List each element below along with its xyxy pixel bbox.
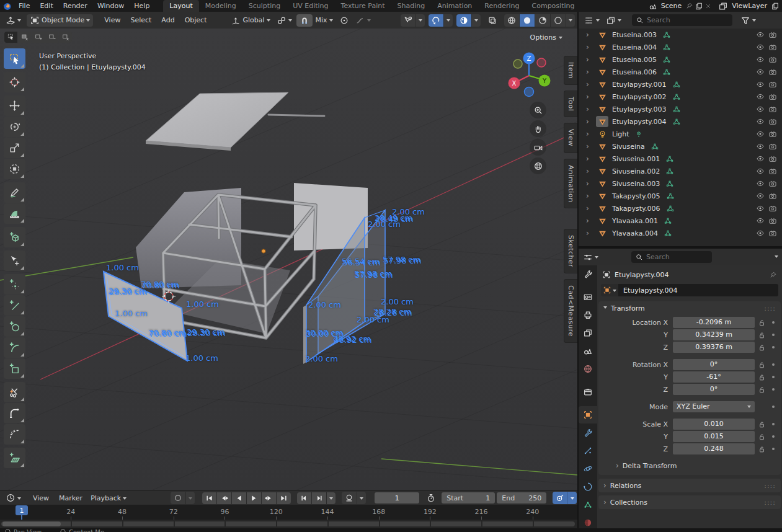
expand-chevron-icon[interactable]: › bbox=[586, 229, 596, 237]
expand-chevron-icon[interactable]: › bbox=[586, 167, 596, 175]
visibility-eye-icon[interactable] bbox=[756, 43, 765, 51]
menu-item-window[interactable]: Window bbox=[92, 0, 129, 12]
jump-start-button[interactable] bbox=[202, 492, 216, 504]
tool-measure[interactable] bbox=[4, 203, 25, 224]
overlays-toggle[interactable] bbox=[429, 14, 453, 27]
outliner-row[interactable]: ›Etuseina.005 bbox=[579, 53, 782, 66]
menu-item-render[interactable]: Render bbox=[58, 0, 92, 12]
object-name[interactable]: Etuylapysty.001 bbox=[612, 81, 667, 89]
outliner-row[interactable]: ›Ylavaaka.004 bbox=[579, 227, 782, 239]
lock-icon[interactable] bbox=[755, 445, 768, 453]
panel-relations[interactable]: ›Relations:::: bbox=[598, 479, 781, 492]
tool-add-cube[interactable] bbox=[4, 227, 25, 247]
key-prev-button[interactable] bbox=[216, 492, 231, 504]
visibility-eye-icon[interactable] bbox=[756, 216, 765, 225]
mode-intersect-button[interactable] bbox=[59, 32, 72, 43]
render-visibility-camera-icon[interactable] bbox=[768, 130, 777, 138]
properties-tab-particles[interactable] bbox=[579, 442, 597, 459]
camera-icon[interactable] bbox=[530, 139, 546, 156]
expand-chevron-icon[interactable]: › bbox=[586, 216, 596, 225]
animate-dot[interactable] bbox=[768, 435, 778, 438]
lock-icon[interactable] bbox=[755, 386, 768, 394]
object-name[interactable]: Takapysty.005 bbox=[612, 192, 660, 200]
viewport-menu-view[interactable]: View bbox=[99, 14, 125, 26]
render-visibility-camera-icon[interactable] bbox=[768, 167, 777, 175]
transform-value-field[interactable]: -61° bbox=[673, 371, 755, 383]
render-visibility-camera-icon[interactable] bbox=[768, 105, 777, 113]
animate-dot[interactable] bbox=[768, 388, 778, 391]
play-back-button[interactable] bbox=[231, 492, 246, 504]
snap-magnet-toggle[interactable] bbox=[296, 14, 313, 27]
timeline-menu-view[interactable]: View bbox=[28, 492, 54, 504]
snap-target-selector[interactable] bbox=[273, 14, 295, 27]
render-region-icon[interactable] bbox=[484, 14, 500, 27]
ortho-grid-icon[interactable] bbox=[530, 157, 546, 174]
expand-chevron-icon[interactable]: › bbox=[586, 55, 596, 64]
transform-value-field[interactable]: 0.39376 m bbox=[673, 342, 755, 353]
outliner-row[interactable]: ›Etuseina.006 bbox=[579, 66, 782, 78]
expand-chevron-icon[interactable]: › bbox=[586, 68, 596, 76]
expand-chevron-icon[interactable]: › bbox=[586, 192, 596, 200]
workspace-tab-shading[interactable]: Shading bbox=[391, 0, 432, 12]
object-name[interactable]: Ylavaaka.004 bbox=[612, 229, 658, 237]
render-visibility-camera-icon[interactable] bbox=[768, 179, 777, 188]
outliner-row[interactable]: ›Sivuseina.002 bbox=[579, 165, 782, 177]
render-visibility-camera-icon[interactable] bbox=[768, 43, 777, 51]
object-name[interactable]: Takapysty.006 bbox=[612, 205, 660, 213]
tool-offset[interactable] bbox=[4, 424, 25, 445]
transform-value-field[interactable]: -0.2096 m bbox=[673, 317, 755, 328]
expand-chevron-icon[interactable]: › bbox=[586, 130, 596, 138]
xray-toggle[interactable] bbox=[456, 14, 481, 27]
visibility-eye-icon[interactable] bbox=[756, 68, 765, 76]
transform-value-field[interactable]: 0.010 bbox=[673, 419, 755, 430]
tool-add-rect[interactable] bbox=[4, 358, 25, 379]
expand-chevron-icon[interactable]: › bbox=[586, 204, 596, 213]
mode-invert-button[interactable] bbox=[45, 32, 58, 43]
sidebar-tab-tool[interactable]: Tool bbox=[564, 91, 577, 117]
expand-chevron-icon[interactable]: › bbox=[586, 80, 596, 89]
expand-chevron-icon[interactable]: › bbox=[586, 43, 596, 51]
transform-value-field[interactable]: XYZ Euler bbox=[673, 401, 755, 412]
viewport-3d[interactable]: Options User Perspective (1) Collection … bbox=[0, 29, 577, 490]
menu-item-help[interactable]: Help bbox=[129, 0, 154, 12]
delta-transform-header[interactable]: › Delta Transform bbox=[598, 459, 781, 472]
workspace-tab-layout[interactable]: Layout bbox=[163, 0, 198, 12]
render-visibility-camera-icon[interactable] bbox=[768, 30, 777, 39]
animate-dot[interactable] bbox=[768, 363, 778, 366]
lock-icon[interactable] bbox=[755, 420, 768, 428]
visibility-eye-icon[interactable] bbox=[756, 179, 765, 188]
outliner-row[interactable]: ›Etuseina.004 bbox=[579, 41, 782, 53]
transform-value-field[interactable]: 0° bbox=[673, 384, 755, 395]
render-visibility-camera-icon[interactable] bbox=[768, 80, 777, 89]
mode-set-button[interactable] bbox=[4, 32, 17, 43]
animate-dot[interactable] bbox=[768, 346, 778, 348]
play-button[interactable] bbox=[246, 492, 261, 504]
workspace-tab-animation[interactable]: Animation bbox=[431, 0, 478, 12]
tool-add-circle[interactable] bbox=[4, 316, 25, 337]
timeline-scrollbar[interactable] bbox=[2, 521, 61, 526]
object-name[interactable]: Sivuseina.001 bbox=[612, 155, 660, 163]
tool-add-arc[interactable] bbox=[4, 337, 25, 358]
proportional-falloff-selector[interactable] bbox=[352, 14, 374, 27]
object-name[interactable]: Etuseina.004 bbox=[612, 43, 657, 51]
transform-orientation-selector[interactable]: Global bbox=[228, 14, 273, 27]
visibility-eye-icon[interactable] bbox=[756, 105, 765, 113]
current-frame-field[interactable]: 1 bbox=[375, 492, 419, 503]
object-name[interactable]: Etuseina.005 bbox=[612, 56, 657, 64]
panel-collections[interactable]: ›Collections:::: bbox=[598, 495, 781, 509]
lock-icon[interactable] bbox=[755, 331, 768, 339]
properties-tab-scene[interactable] bbox=[579, 342, 597, 360]
mode-subtract-button[interactable] bbox=[32, 32, 45, 43]
transform-panel-header[interactable]: Transform :::: bbox=[598, 301, 781, 315]
transform-value-field[interactable]: 0.015 bbox=[673, 431, 755, 442]
expand-chevron-icon[interactable]: › bbox=[586, 92, 596, 101]
rod-mesh[interactable] bbox=[269, 115, 324, 116]
object-name[interactable]: Etuylapysty.003 bbox=[612, 105, 667, 113]
render-visibility-camera-icon[interactable] bbox=[768, 55, 777, 64]
tool-add-workplane[interactable] bbox=[4, 448, 25, 468]
tool-add-point[interactable] bbox=[4, 274, 25, 295]
blender-logo-icon[interactable] bbox=[0, 1, 14, 11]
tool-rotate[interactable] bbox=[4, 117, 25, 137]
object-name[interactable]: Light bbox=[612, 130, 629, 138]
keying-group[interactable] bbox=[553, 492, 577, 504]
